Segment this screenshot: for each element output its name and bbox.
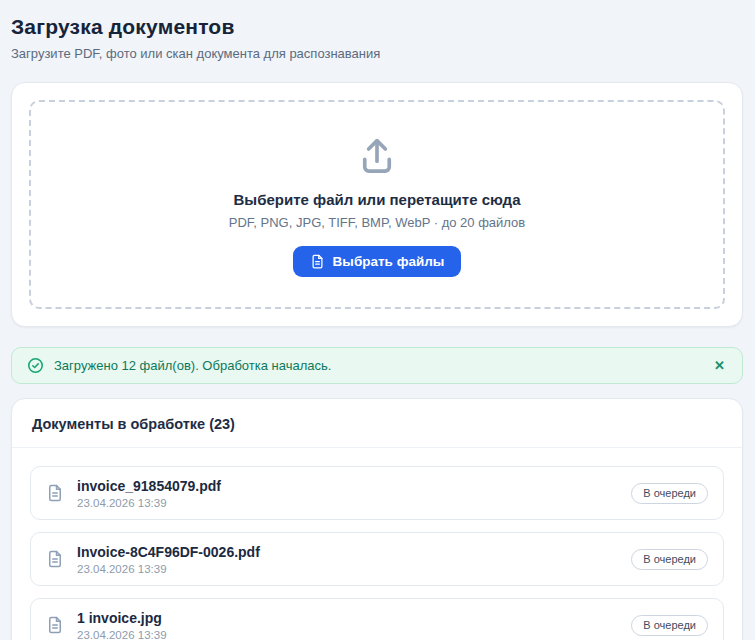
- document-list-item[interactable]: Invoice-8C4F96DF-0026.pdf 23.04.2026 13:…: [30, 532, 724, 586]
- page-title: Загрузка документов: [11, 15, 743, 39]
- check-circle-icon: [27, 357, 44, 374]
- status-badge: В очереди: [631, 483, 708, 504]
- upload-card: Выберите файл или перетащите сюда PDF, P…: [11, 82, 743, 327]
- document-icon: [310, 254, 325, 269]
- choose-files-label: Выбрать файлы: [333, 254, 445, 269]
- file-icon: [46, 616, 64, 634]
- status-badge: В очереди: [631, 549, 708, 570]
- alert-close-button[interactable]: ✕: [712, 357, 727, 374]
- document-date: 23.04.2026 13:39: [77, 497, 221, 509]
- processing-header: Документы в обработке (23): [12, 399, 742, 448]
- status-badge: В очереди: [631, 615, 708, 636]
- document-date: 23.04.2026 13:39: [77, 563, 260, 575]
- file-icon: [46, 550, 64, 568]
- document-meta: Invoice-8C4F96DF-0026.pdf 23.04.2026 13:…: [77, 544, 260, 575]
- upload-icon: [356, 134, 398, 176]
- file-icon: [46, 484, 64, 502]
- document-list: invoice_91854079.pdf 23.04.2026 13:39 В …: [12, 448, 742, 640]
- upload-page: Загрузка документов Загрузите PDF, фото …: [0, 0, 755, 640]
- document-date: 23.04.2026 13:39: [77, 629, 167, 640]
- page-subtitle: Загрузите PDF, фото или скан документа д…: [11, 46, 743, 61]
- upload-success-alert: Загружено 12 файл(ов). Обработка началас…: [11, 347, 743, 384]
- processing-card: Документы в обработке (23) invoice_91854…: [11, 398, 743, 640]
- processing-heading: Документы в обработке (23): [32, 416, 722, 432]
- alert-message: Загружено 12 файл(ов). Обработка началас…: [54, 358, 331, 373]
- document-name: 1 invoice.jpg: [77, 610, 167, 626]
- dropzone-formats: PDF, PNG, JPG, TIFF, BMP, WebP · до 20 ф…: [229, 215, 525, 230]
- document-name: Invoice-8C4F96DF-0026.pdf: [77, 544, 260, 560]
- choose-files-button[interactable]: Выбрать файлы: [293, 246, 462, 277]
- document-list-item[interactable]: invoice_91854079.pdf 23.04.2026 13:39 В …: [30, 466, 724, 520]
- document-name: invoice_91854079.pdf: [77, 478, 221, 494]
- document-list-item[interactable]: 1 invoice.jpg 23.04.2026 13:39 В очереди: [30, 598, 724, 640]
- file-dropzone[interactable]: Выберите файл или перетащите сюда PDF, P…: [29, 100, 725, 309]
- document-meta: 1 invoice.jpg 23.04.2026 13:39: [77, 610, 167, 640]
- document-meta: invoice_91854079.pdf 23.04.2026 13:39: [77, 478, 221, 509]
- dropzone-headline: Выберите файл или перетащите сюда: [234, 191, 521, 208]
